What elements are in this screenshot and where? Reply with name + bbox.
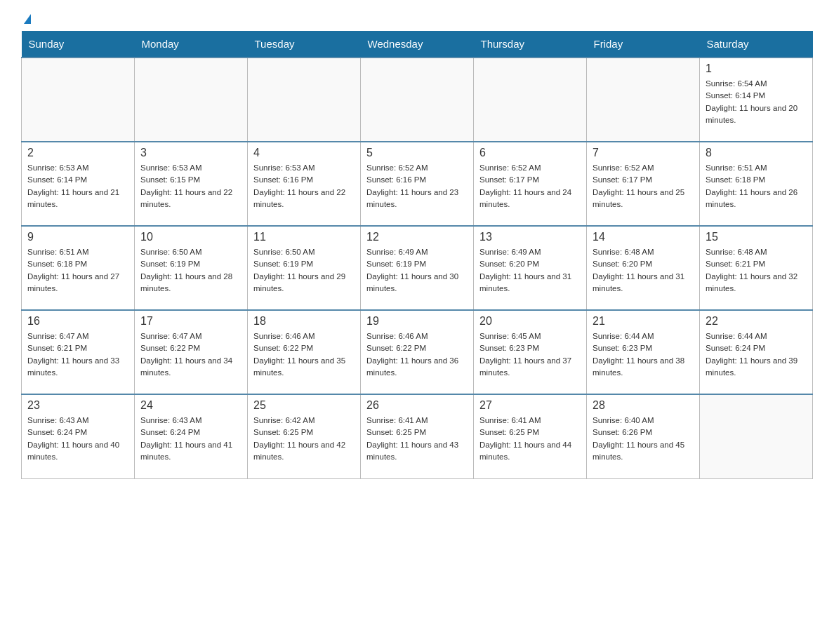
calendar-week-row-4: 16Sunrise: 6:47 AM Sunset: 6:21 PM Dayli…: [22, 310, 813, 394]
calendar-cell: 13Sunrise: 6:49 AM Sunset: 6:20 PM Dayli…: [474, 226, 587, 310]
calendar-cell: 27Sunrise: 6:41 AM Sunset: 6:25 PM Dayli…: [474, 394, 587, 478]
day-number: 25: [253, 399, 355, 412]
day-info: Sunrise: 6:51 AM Sunset: 6:18 PM Dayligh…: [706, 162, 807, 210]
day-number: 9: [27, 231, 128, 243]
day-number: 18: [253, 315, 355, 328]
day-number: 11: [253, 231, 355, 243]
day-number: 7: [593, 147, 694, 159]
day-info: Sunrise: 6:52 AM Sunset: 6:16 PM Dayligh…: [366, 162, 468, 210]
calendar-cell: 16Sunrise: 6:47 AM Sunset: 6:21 PM Dayli…: [22, 310, 135, 394]
day-number: 5: [366, 147, 468, 159]
day-number: 21: [593, 315, 694, 328]
calendar-cell: 7Sunrise: 6:52 AM Sunset: 6:17 PM Daylig…: [587, 142, 700, 226]
day-info: Sunrise: 6:44 AM Sunset: 6:23 PM Dayligh…: [593, 330, 694, 379]
day-info: Sunrise: 6:48 AM Sunset: 6:21 PM Dayligh…: [706, 246, 807, 295]
day-info: Sunrise: 6:45 AM Sunset: 6:23 PM Dayligh…: [479, 330, 581, 379]
day-info: Sunrise: 6:47 AM Sunset: 6:21 PM Dayligh…: [27, 330, 128, 379]
day-info: Sunrise: 6:43 AM Sunset: 6:24 PM Dayligh…: [27, 415, 128, 463]
day-info: Sunrise: 6:52 AM Sunset: 6:17 PM Dayligh…: [479, 162, 581, 210]
calendar-cell: 10Sunrise: 6:50 AM Sunset: 6:19 PM Dayli…: [135, 226, 248, 310]
calendar-cell: 23Sunrise: 6:43 AM Sunset: 6:24 PM Dayli…: [22, 394, 135, 478]
calendar-cell: 22Sunrise: 6:44 AM Sunset: 6:24 PM Dayli…: [700, 310, 813, 394]
day-number: 3: [140, 147, 241, 159]
calendar-cell: 15Sunrise: 6:48 AM Sunset: 6:21 PM Dayli…: [700, 226, 813, 310]
day-info: Sunrise: 6:46 AM Sunset: 6:22 PM Dayligh…: [253, 330, 355, 379]
day-number: 14: [593, 231, 694, 243]
day-number: 15: [706, 231, 807, 243]
day-number: 6: [479, 147, 581, 159]
calendar-cell: 25Sunrise: 6:42 AM Sunset: 6:25 PM Dayli…: [248, 394, 361, 478]
weekday-header-wednesday: Wednesday: [361, 31, 474, 58]
calendar-cell: 11Sunrise: 6:50 AM Sunset: 6:19 PM Dayli…: [248, 226, 361, 310]
calendar-week-row-2: 2Sunrise: 6:53 AM Sunset: 6:14 PM Daylig…: [22, 142, 813, 226]
day-number: 28: [593, 399, 694, 412]
weekday-header-friday: Friday: [587, 31, 700, 58]
page-header: [21, 14, 813, 24]
weekday-header-tuesday: Tuesday: [248, 31, 361, 58]
day-info: Sunrise: 6:42 AM Sunset: 6:25 PM Dayligh…: [253, 415, 355, 463]
calendar-cell: 20Sunrise: 6:45 AM Sunset: 6:23 PM Dayli…: [474, 310, 587, 394]
day-info: Sunrise: 6:52 AM Sunset: 6:17 PM Dayligh…: [593, 162, 694, 210]
weekday-header-thursday: Thursday: [474, 31, 587, 58]
calendar-cell: 2Sunrise: 6:53 AM Sunset: 6:14 PM Daylig…: [22, 142, 135, 226]
day-info: Sunrise: 6:54 AM Sunset: 6:14 PM Dayligh…: [706, 78, 807, 126]
day-info: Sunrise: 6:40 AM Sunset: 6:26 PM Dayligh…: [593, 415, 694, 463]
day-number: 22: [706, 315, 807, 328]
day-info: Sunrise: 6:46 AM Sunset: 6:22 PM Dayligh…: [366, 330, 468, 379]
day-info: Sunrise: 6:50 AM Sunset: 6:19 PM Dayligh…: [140, 246, 241, 295]
calendar-week-row-1: 1Sunrise: 6:54 AM Sunset: 6:14 PM Daylig…: [22, 58, 813, 142]
day-info: Sunrise: 6:53 AM Sunset: 6:14 PM Dayligh…: [27, 162, 128, 210]
day-info: Sunrise: 6:41 AM Sunset: 6:25 PM Dayligh…: [479, 415, 581, 463]
calendar-table: SundayMondayTuesdayWednesdayThursdayFrid…: [21, 31, 813, 479]
calendar-cell: [700, 394, 813, 478]
calendar-week-row-5: 23Sunrise: 6:43 AM Sunset: 6:24 PM Dayli…: [22, 394, 813, 478]
calendar-cell: [474, 58, 587, 142]
day-info: Sunrise: 6:47 AM Sunset: 6:22 PM Dayligh…: [140, 330, 241, 379]
calendar-cell: 4Sunrise: 6:53 AM Sunset: 6:16 PM Daylig…: [248, 142, 361, 226]
calendar-cell: 12Sunrise: 6:49 AM Sunset: 6:19 PM Dayli…: [361, 226, 474, 310]
day-info: Sunrise: 6:48 AM Sunset: 6:20 PM Dayligh…: [593, 246, 694, 295]
calendar-cell: 24Sunrise: 6:43 AM Sunset: 6:24 PM Dayli…: [135, 394, 248, 478]
day-number: 27: [479, 399, 581, 412]
day-number: 12: [366, 231, 468, 243]
day-info: Sunrise: 6:43 AM Sunset: 6:24 PM Dayligh…: [140, 415, 241, 463]
day-info: Sunrise: 6:53 AM Sunset: 6:16 PM Dayligh…: [253, 162, 355, 210]
calendar-cell: [135, 58, 248, 142]
day-number: 24: [140, 399, 241, 412]
calendar-cell: [22, 58, 135, 142]
calendar-cell: 18Sunrise: 6:46 AM Sunset: 6:22 PM Dayli…: [248, 310, 361, 394]
day-number: 23: [27, 399, 128, 412]
calendar-cell: 28Sunrise: 6:40 AM Sunset: 6:26 PM Dayli…: [587, 394, 700, 478]
calendar-cell: 5Sunrise: 6:52 AM Sunset: 6:16 PM Daylig…: [361, 142, 474, 226]
day-number: 13: [479, 231, 581, 243]
weekday-header-saturday: Saturday: [700, 31, 813, 58]
calendar-week-row-3: 9Sunrise: 6:51 AM Sunset: 6:18 PM Daylig…: [22, 226, 813, 310]
day-info: Sunrise: 6:41 AM Sunset: 6:25 PM Dayligh…: [366, 415, 468, 463]
calendar-cell: 26Sunrise: 6:41 AM Sunset: 6:25 PM Dayli…: [361, 394, 474, 478]
logo: [21, 14, 31, 24]
calendar-cell: 1Sunrise: 6:54 AM Sunset: 6:14 PM Daylig…: [700, 58, 813, 142]
calendar-cell: 19Sunrise: 6:46 AM Sunset: 6:22 PM Dayli…: [361, 310, 474, 394]
day-number: 1: [706, 62, 807, 75]
calendar-cell: 8Sunrise: 6:51 AM Sunset: 6:18 PM Daylig…: [700, 142, 813, 226]
day-info: Sunrise: 6:50 AM Sunset: 6:19 PM Dayligh…: [253, 246, 355, 295]
weekday-header-monday: Monday: [135, 31, 248, 58]
calendar-cell: [587, 58, 700, 142]
calendar-cell: 17Sunrise: 6:47 AM Sunset: 6:22 PM Dayli…: [135, 310, 248, 394]
day-number: 16: [27, 315, 128, 328]
weekday-header-sunday: Sunday: [22, 31, 135, 58]
calendar-cell: 6Sunrise: 6:52 AM Sunset: 6:17 PM Daylig…: [474, 142, 587, 226]
day-number: 26: [366, 399, 468, 412]
day-info: Sunrise: 6:49 AM Sunset: 6:19 PM Dayligh…: [366, 246, 468, 295]
calendar-cell: 3Sunrise: 6:53 AM Sunset: 6:15 PM Daylig…: [135, 142, 248, 226]
day-number: 4: [253, 147, 355, 159]
day-number: 19: [366, 315, 468, 328]
day-number: 2: [27, 147, 128, 159]
day-info: Sunrise: 6:49 AM Sunset: 6:20 PM Dayligh…: [479, 246, 581, 295]
calendar-cell: [361, 58, 474, 142]
day-number: 8: [706, 147, 807, 159]
calendar-cell: 14Sunrise: 6:48 AM Sunset: 6:20 PM Dayli…: [587, 226, 700, 310]
day-info: Sunrise: 6:51 AM Sunset: 6:18 PM Dayligh…: [27, 246, 128, 295]
day-info: Sunrise: 6:44 AM Sunset: 6:24 PM Dayligh…: [706, 330, 807, 379]
day-number: 10: [140, 231, 241, 243]
